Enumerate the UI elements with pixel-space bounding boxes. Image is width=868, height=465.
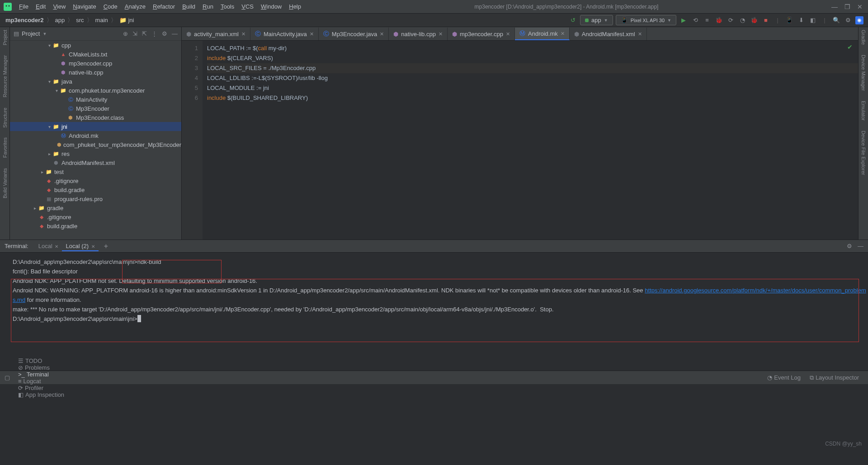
device-combo[interactable]: 📱 Pixel XL API 30 ▼: [616, 15, 676, 25]
resource-manager-icon[interactable]: ◧: [808, 16, 817, 25]
apply-changes-icon[interactable]: ⟲: [691, 16, 700, 25]
left-tool-resource-manager[interactable]: Resource Manager: [2, 55, 8, 98]
left-tool-build-variants[interactable]: Build Variants: [2, 168, 8, 198]
tree-item[interactable]: ▸📁res: [10, 149, 181, 158]
menu-file[interactable]: File: [15, 1, 32, 12]
avd-manager-icon[interactable]: 📱: [785, 16, 794, 25]
terminal-settings-icon[interactable]: ⚙: [847, 243, 852, 249]
status-app-inspection[interactable]: ◧App Inspection: [14, 391, 69, 398]
menu-build[interactable]: Build: [179, 1, 199, 12]
menu-code[interactable]: Code: [100, 1, 121, 12]
tree-item[interactable]: ⬢com_phuket_tour_mp3encoder_Mp3Encoder: [10, 140, 181, 149]
run-button[interactable]: ▶: [679, 16, 688, 25]
menu-edit[interactable]: Edit: [32, 1, 49, 12]
menu-help[interactable]: Help: [285, 1, 305, 12]
profile-icon[interactable]: ◔: [738, 16, 747, 25]
tree-item[interactable]: ▲CMakeLists.txt: [10, 50, 181, 59]
menu-tools[interactable]: Tools: [217, 1, 238, 12]
left-tool-structure[interactable]: Structure: [2, 108, 8, 128]
terminal-hide-icon[interactable]: —: [858, 243, 863, 249]
right-tool-emulator[interactable]: Emulator: [861, 101, 866, 121]
settings-icon[interactable]: ⚙: [844, 16, 853, 25]
tree-item[interactable]: ▾📁com.phuket.tour.mp3encoder: [10, 86, 181, 95]
close-tab-icon[interactable]: ✕: [91, 244, 95, 249]
tree-item[interactable]: ▾📁jni: [10, 122, 181, 131]
apply-code-icon[interactable]: ≡: [703, 16, 712, 25]
left-tool-project[interactable]: Project: [2, 30, 8, 45]
close-tab-icon[interactable]: ✕: [310, 31, 314, 37]
maximize-button[interactable]: ❐: [841, 3, 854, 10]
tree-item[interactable]: ▦proguard-rules.pro: [10, 194, 181, 203]
tree-item[interactable]: ⒸMp3Encoder: [10, 104, 181, 113]
collapse-icon[interactable]: ⇱: [142, 30, 147, 37]
status-terminal[interactable]: >_Terminal: [14, 371, 69, 378]
menu-view[interactable]: View: [49, 1, 69, 12]
menu-run[interactable]: Run: [199, 1, 217, 12]
hide-icon[interactable]: —: [172, 30, 178, 37]
tree-item[interactable]: ◆.gitignore: [10, 176, 181, 185]
coverage-icon[interactable]: ⟳: [726, 16, 735, 25]
tree-item[interactable]: ⬢native-lib.cpp: [10, 68, 181, 77]
sdk-manager-icon[interactable]: ⬇: [797, 16, 806, 25]
terminal-body[interactable]: D:\Android_app\mp3encoder2\app\src\main\…: [0, 253, 868, 371]
attach-debugger-icon[interactable]: 🐞: [750, 16, 759, 25]
close-tab-icon[interactable]: ✕: [561, 31, 565, 37]
editor-tab[interactable]: ⓂAndroid.mk✕: [515, 28, 570, 40]
project-tree[interactable]: ▾📁cpp▲CMakeLists.txt⬢mp3encoder.cpp⬢nati…: [10, 41, 181, 240]
add-terminal-button[interactable]: +: [104, 242, 108, 250]
tree-item[interactable]: ⬢AndroidManifest.xml: [10, 158, 181, 167]
toolwindow-icon[interactable]: ▢: [5, 374, 14, 381]
editor-tab[interactable]: ⬢mp3encoder.cpp✕: [448, 28, 515, 40]
close-tab-icon[interactable]: ✕: [380, 31, 384, 37]
close-tab-icon[interactable]: ✕: [506, 31, 510, 37]
expand-icon[interactable]: ⇲: [132, 30, 137, 37]
editor-body[interactable]: ✔ 123456 LOCAL_PATH := $(call my-dir) in…: [182, 41, 858, 240]
search-icon[interactable]: 🔍: [832, 16, 841, 25]
breadcrumb-item[interactable]: mp3encoder2: [5, 17, 45, 23]
tree-item[interactable]: ⬢mp3encoder.cpp: [10, 59, 181, 68]
close-button[interactable]: ✕: [854, 3, 866, 10]
left-tool-favorites[interactable]: Favorites: [2, 137, 8, 158]
tree-item[interactable]: ▸📁gradle: [10, 203, 181, 212]
status-layout-inspector[interactable]: ⧉Layout Inspector: [805, 374, 863, 381]
code-area[interactable]: LOCAL_PATH := $(call my-dir) include $(C…: [203, 41, 858, 240]
chevron-down-icon[interactable]: ▼: [42, 32, 47, 36]
tree-item[interactable]: ⓂAndroid.mk: [10, 131, 181, 140]
right-tool-device-file-explorer[interactable]: Device File Explorer: [861, 131, 866, 175]
status-logcat[interactable]: ≡Logcat: [14, 378, 69, 385]
menu-analyze[interactable]: Analyze: [121, 1, 149, 12]
breadcrumb-item[interactable]: src: [75, 17, 85, 23]
menu-navigate[interactable]: Navigate: [69, 1, 99, 12]
close-tab-icon[interactable]: ✕: [55, 244, 58, 249]
tree-item[interactable]: ◆build.gradle: [10, 185, 181, 194]
tree-item[interactable]: ⬢Mp3Encoder.class: [10, 113, 181, 122]
settings-icon[interactable]: ⚙: [162, 30, 167, 37]
editor-tab[interactable]: ⬢AndroidManifest.xml✕: [570, 28, 647, 40]
menu-window[interactable]: Window: [257, 1, 285, 12]
menu-vcs[interactable]: VCS: [238, 1, 257, 12]
close-tab-icon[interactable]: ✕: [638, 31, 642, 37]
editor-tab[interactable]: ⬢activity_main.xml✕: [182, 28, 250, 40]
editor-tab[interactable]: ⬢native-lib.cpp✕: [389, 28, 448, 40]
close-tab-icon[interactable]: ✕: [439, 31, 443, 37]
editor-tab[interactable]: ⒸMainActivity.java✕: [250, 28, 319, 40]
debug-button[interactable]: 🐞: [714, 16, 723, 25]
editor-tab[interactable]: ⒸMp3Encoder.java✕: [319, 28, 389, 40]
account-icon[interactable]: ◉: [855, 16, 863, 24]
close-tab-icon[interactable]: ✕: [241, 31, 245, 37]
sync-icon[interactable]: ↺: [568, 16, 577, 25]
tree-item[interactable]: ▾📁cpp: [10, 41, 181, 50]
breadcrumb-item[interactable]: 📁 jni: [118, 17, 135, 23]
tree-item[interactable]: ▸📁test: [10, 167, 181, 176]
status-event-log[interactable]: ◔Event Log: [763, 374, 805, 381]
run-config-combo[interactable]: app ▼: [580, 15, 613, 25]
terminal-tab[interactable]: Local ✕: [35, 242, 62, 250]
tree-item[interactable]: ◆build.gradle: [10, 221, 181, 230]
minimize-button[interactable]: —: [828, 3, 841, 10]
right-tool-gradle[interactable]: Gradle: [861, 30, 866, 45]
right-tool-device-manager[interactable]: Device Manager: [861, 55, 866, 91]
status-profiler[interactable]: ⟳Profiler: [14, 385, 69, 391]
tree-item[interactable]: ▾📁java: [10, 77, 181, 86]
breadcrumb-item[interactable]: main: [94, 17, 109, 23]
locate-icon[interactable]: ⊕: [123, 30, 128, 37]
